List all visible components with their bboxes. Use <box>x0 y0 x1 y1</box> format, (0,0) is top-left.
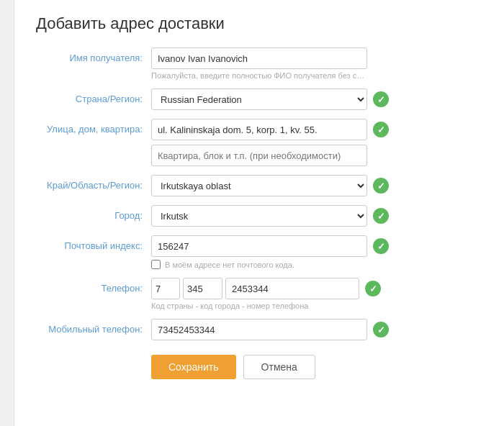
recipient-row: Имя получателя: Пожалуйста, введите полн… <box>36 47 482 80</box>
recipient-input-group: Пожалуйста, введите полностью ФИО получа… <box>151 47 482 80</box>
no-postal-label: В моём адресе нет почтового кода. <box>165 260 294 269</box>
mobile-label: Мобильный телефон: <box>36 319 151 335</box>
main-content: Добавить адрес доставки Имя получателя: … <box>14 0 504 426</box>
mobile-input-group <box>151 319 482 340</box>
phone-input-wrapper <box>151 278 482 299</box>
phone-input-group: Код страны - код города - номер телефона <box>151 278 482 310</box>
region-row: Край/Область/Регион: Irkutskaya oblast <box>36 175 482 196</box>
postal-input[interactable] <box>151 235 367 257</box>
cancel-button[interactable]: Отмена <box>243 355 315 379</box>
no-postal-row: В моём адресе нет почтового кода. <box>151 260 482 269</box>
city-row: Город: Irkutsk <box>36 205 482 227</box>
phone-row: Телефон: Код страны - код города - номер… <box>36 278 482 310</box>
postal-label: Почтовый индекс: <box>36 235 151 251</box>
postal-input-group: В моём адресе нет почтового кода. <box>151 235 482 269</box>
page-title: Добавить адрес доставки <box>36 14 482 33</box>
mobile-input[interactable] <box>151 319 367 340</box>
country-check-icon <box>373 91 389 107</box>
phone-label: Телефон: <box>36 278 151 294</box>
country-select[interactable]: Russian Federation <box>151 89 367 110</box>
mobile-row: Мобильный телефон: <box>36 319 482 340</box>
city-label: Город: <box>36 205 151 221</box>
recipient-hint: Пожалуйста, введите полностью ФИО получа… <box>151 71 367 80</box>
postal-input-wrapper <box>151 235 482 257</box>
city-input-group: Irkutsk <box>151 205 482 227</box>
page-wrapper: Добавить адрес доставки Имя получателя: … <box>0 0 504 426</box>
country-input-wrapper: Russian Federation <box>151 89 482 110</box>
phone-number-input[interactable] <box>225 278 359 299</box>
country-row: Страна/Регион: Russian Federation <box>36 89 482 110</box>
region-input-wrapper: Irkutskaya oblast <box>151 175 482 196</box>
apartment-input-wrapper <box>151 145 482 166</box>
street-row: Улица, дом, квартира: <box>36 119 482 166</box>
phone-check-icon <box>365 281 381 296</box>
mobile-input-wrapper <box>151 319 482 340</box>
save-button[interactable]: Сохранить <box>151 355 236 379</box>
city-check-icon <box>373 208 389 224</box>
no-postal-checkbox[interactable] <box>151 260 161 269</box>
street-label: Улица, дом, квартира: <box>36 119 151 135</box>
postal-check-icon <box>373 238 389 254</box>
recipient-input-wrapper <box>151 47 482 69</box>
country-label: Страна/Регион: <box>36 89 151 104</box>
city-input-wrapper: Irkutsk <box>151 205 482 227</box>
recipient-label: Имя получателя: <box>36 47 151 63</box>
street-input-group <box>151 119 482 166</box>
postal-row: Почтовый индекс: В моём адресе нет почто… <box>36 235 482 269</box>
buttons-row: Сохранить Отмена <box>151 355 482 379</box>
left-sidebar <box>0 0 14 426</box>
street-input-wrapper <box>151 119 482 140</box>
phone-fields <box>151 278 359 299</box>
region-check-icon <box>373 178 389 194</box>
recipient-input[interactable] <box>151 47 367 69</box>
phone-hint: Код страны - код города - номер телефона <box>151 302 367 310</box>
street-input[interactable] <box>151 119 367 140</box>
mobile-check-icon <box>373 322 389 337</box>
city-select[interactable]: Irkutsk <box>151 205 367 227</box>
street-check-icon <box>373 122 389 137</box>
region-select[interactable]: Irkutskaya oblast <box>151 175 367 196</box>
phone-country-input[interactable] <box>151 278 180 299</box>
apartment-input[interactable] <box>151 145 367 166</box>
country-input-group: Russian Federation <box>151 89 482 110</box>
region-input-group: Irkutskaya oblast <box>151 175 482 196</box>
phone-city-input[interactable] <box>183 278 222 299</box>
region-label: Край/Область/Регион: <box>36 175 151 191</box>
